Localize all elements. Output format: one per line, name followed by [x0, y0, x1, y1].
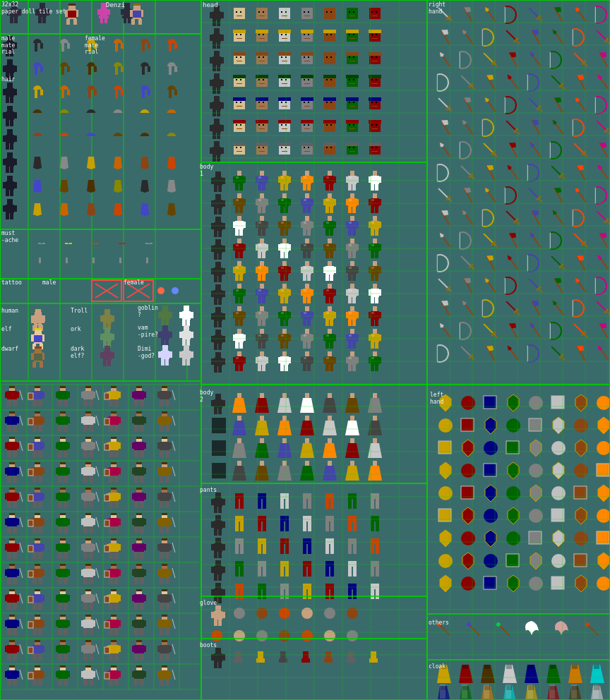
pants-label: pants — [200, 487, 217, 493]
vampire-label: vam-pire? — [138, 325, 158, 338]
male-material-label: malematerial — [1, 35, 15, 56]
right-hand-label: righthand — [429, 1, 445, 15]
hair-label: hair — [1, 76, 15, 83]
troll-label: Troll — [71, 308, 88, 314]
body1-label: body1 — [200, 164, 213, 177]
mustache-label: must-ache — [1, 230, 18, 243]
elf-label: elf — [1, 326, 11, 332]
demigod-label: Dimi-god? — [138, 346, 155, 359]
glove-label: glove — [200, 600, 217, 606]
tattoo-label: tattoo — [1, 279, 22, 286]
female-material-label: femalematerial — [85, 35, 105, 56]
female-tattoo-label: female — [124, 279, 144, 286]
size-label: 32x32 — [1, 1, 18, 8]
ork-label: ork — [71, 326, 80, 332]
goblin-label: goblin? — [138, 305, 158, 318]
author-label: Denzi — [106, 1, 125, 8]
dwarf-label: dwarf — [1, 346, 18, 352]
sprite-sheet-canvas — [0, 0, 610, 700]
head-label: head — [203, 1, 218, 8]
boots-label: boots — [200, 642, 217, 648]
male-tattoo-label: male — [42, 279, 56, 286]
left-hand-label: lefthand — [430, 392, 443, 405]
set-label: paper doll tile set — [1, 8, 66, 15]
dark-elf-label: darkelf? — [71, 346, 84, 359]
others-label: others — [429, 620, 449, 626]
body2-label: body2 — [200, 390, 213, 403]
human-label: human — [1, 308, 18, 314]
cloak-label: cloak — [429, 663, 445, 670]
